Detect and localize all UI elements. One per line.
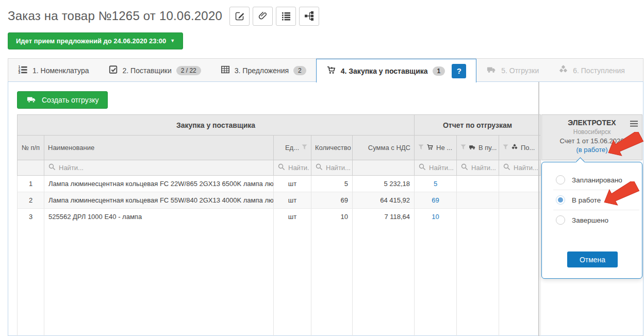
filter-icon[interactable] (418, 144, 424, 152)
option-label: Завершено (572, 216, 608, 224)
table-row[interactable]: 1 Лампа люминесцентная кольцевая FC 22W/… (18, 176, 541, 192)
status-option-completed[interactable]: Завершено (542, 210, 642, 230)
not-shipped-link[interactable]: 10 (432, 213, 439, 221)
edit-order-button[interactable] (229, 7, 250, 26)
search-name-input[interactable] (59, 164, 271, 172)
table-row[interactable]: 2 Лампа люминесцентная кольцевая FC 55W/… (18, 192, 541, 209)
row-sum: 5 232,18 (353, 176, 415, 192)
search-qty-input[interactable] (326, 164, 350, 172)
not-shipped-link[interactable]: 5 (434, 180, 437, 188)
search-cell-in-transit (457, 160, 499, 176)
search-cell-received (499, 160, 541, 176)
group-header-purchase: Закупка у поставщика (18, 115, 415, 136)
tab-label: 1. Номенклатура (32, 66, 89, 75)
grid-icon (221, 65, 230, 76)
row-name: Лампа люминесцентная кольцевая FC 55W/84… (44, 192, 274, 209)
option-label: Запланировано (572, 176, 622, 184)
menu-icon[interactable] (630, 120, 638, 129)
log-button[interactable] (276, 7, 296, 26)
row-received (499, 192, 541, 209)
row-qty: 5 (311, 176, 353, 192)
search-in-transit-input[interactable] (471, 164, 497, 172)
tab-suppliers[interactable]: 2. Поставщики 2 / 22 (99, 59, 211, 82)
radio-unchecked-icon[interactable] (556, 215, 565, 225)
col-header-unit[interactable]: Ед... (274, 136, 311, 160)
tab-badge: 2 (293, 66, 306, 75)
tabstrip: 123 1. Номенклатура 2. Поставщики 2 / 22… (8, 58, 643, 81)
filter-icon[interactable] (460, 144, 466, 152)
title-toolbar (229, 7, 319, 26)
group-header-shipment-report: Отчет по отгрузкам (415, 115, 541, 136)
tab-label: 2. Поставщики (123, 66, 172, 75)
col-header-received[interactable]: По... (499, 136, 541, 160)
cart-icon (326, 65, 336, 76)
col-header-not-shipped[interactable]: Не ... (415, 136, 457, 160)
edit-icon (235, 11, 245, 21)
search-icon (48, 163, 56, 173)
fixed-column-divider[interactable] (538, 82, 539, 336)
search-icon (278, 163, 285, 173)
sitemap-icon (304, 11, 315, 21)
svg-text:3: 3 (18, 71, 20, 74)
option-label: В работе (572, 196, 601, 204)
row-sum: 64 415,92 (353, 192, 415, 209)
supplier-column-header: ЭЛЕКТРОТЕХ Новосибирск Счет 1 от 15.06.2… (541, 114, 642, 160)
col-header-name: Наименование (44, 136, 274, 160)
table-row[interactable]: 3 525562 ДРЛ 1000 Е40 - лампа шт 10 7 11… (18, 209, 541, 225)
checkbox-icon (109, 65, 118, 76)
search-not-shipped-input[interactable] (429, 164, 454, 172)
tab-label: 4. Закупка у поставщика (341, 67, 428, 75)
tab-badge: 2 / 22 (176, 66, 201, 75)
cancel-button[interactable]: Отмена (567, 251, 618, 267)
help-button[interactable]: ? (452, 64, 466, 78)
search-cell-unit (274, 160, 311, 176)
structure-button[interactable] (299, 7, 319, 26)
tab-nomenclature[interactable]: 123 1. Номенклатура (8, 59, 99, 82)
col-header-in-transit[interactable]: В пу... (457, 136, 499, 160)
status-popup: Запланировано В работе Завершено Отмена (541, 162, 642, 279)
purchase-grid: Закупка у поставщика Отчет по отгрузкам … (17, 114, 540, 336)
search-received-input[interactable] (514, 164, 538, 172)
boxes-icon (558, 65, 568, 76)
row-name: 525562 ДРЛ 1000 Е40 - лампа (44, 209, 274, 225)
row-name: Лампа люминесцентная кольцевая FC 22W/86… (44, 176, 274, 192)
order-status-label: Идет прием предложений до 24.06.2020 23:… (16, 37, 166, 45)
row-sum: 7 118,64 (353, 209, 415, 225)
filter-icon[interactable] (503, 144, 508, 152)
radio-unchecked-icon[interactable] (556, 175, 565, 184)
not-shipped-link[interactable]: 69 (432, 196, 439, 204)
row-unit: шт (274, 192, 311, 209)
supplier-invoice: Счет 1 от 15.06.2020 (542, 137, 642, 145)
order-status-button[interactable]: Идет прием предложений до 24.06.2020 23:… (8, 32, 183, 49)
radio-checked-icon[interactable] (556, 195, 565, 205)
row-qty: 10 (311, 209, 353, 225)
row-in-transit (457, 176, 499, 192)
search-unit-input[interactable] (288, 164, 309, 172)
status-option-planned[interactable]: Запланировано (542, 170, 642, 190)
status-option-in-progress[interactable]: В работе (542, 190, 642, 210)
tab-label: 5. Отгрузки (501, 66, 539, 75)
search-cell-qty (311, 160, 353, 176)
row-qty: 69 (311, 192, 353, 209)
row-received (499, 176, 541, 192)
row-num: 2 (18, 192, 44, 209)
truck-icon (26, 95, 37, 106)
search-icon (316, 163, 323, 173)
boxes-icon (511, 144, 518, 152)
search-icon (461, 163, 468, 173)
tab-offers[interactable]: 3. Предложения 2 (211, 59, 316, 82)
numbered-list-icon: 123 (18, 65, 28, 76)
row-num: 3 (18, 209, 44, 225)
row-unit: шт (274, 176, 311, 192)
create-shipment-label: Создать отгрузку (42, 96, 98, 104)
attachments-button[interactable] (253, 7, 273, 26)
search-icon (503, 163, 510, 173)
row-received (499, 209, 541, 225)
supplier-status-link[interactable]: (в работе) (576, 146, 607, 154)
search-cell-not-shipped (415, 160, 457, 176)
filter-icon[interactable] (302, 144, 307, 152)
create-shipment-button[interactable]: Создать отгрузку (17, 91, 108, 109)
tab-purchase[interactable]: 4. Закупка у поставщика 1 ? (316, 59, 477, 82)
caret-down-icon: ▼ (170, 39, 175, 43)
tab-receipts: 6. Поступления (549, 59, 635, 82)
